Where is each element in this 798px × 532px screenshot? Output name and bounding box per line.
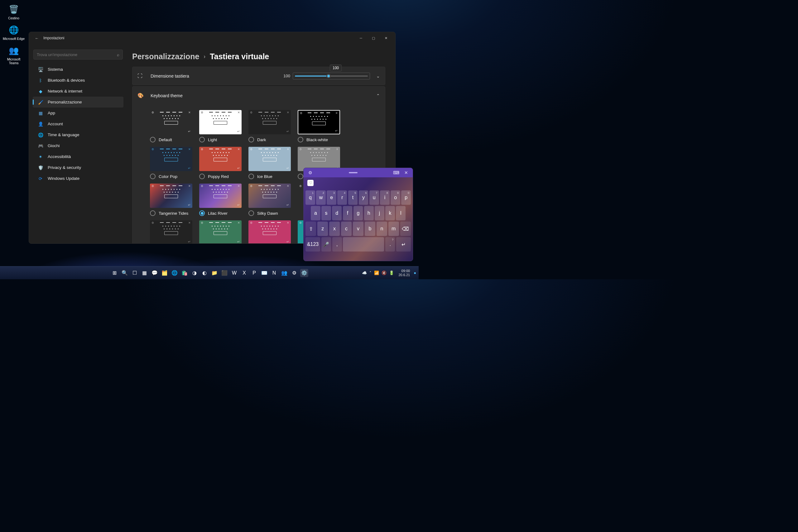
keyboard-key[interactable]: m — [388, 222, 399, 236]
keyboard-key[interactable]: n — [377, 222, 387, 236]
theme-option[interactable]: ⚙✕ ↵ Silky Dawn — [248, 184, 295, 216]
taskbar-outlook-icon[interactable]: ✉️ — [260, 269, 268, 277]
keyboard-key[interactable]: i8 — [380, 190, 390, 205]
symbols-key[interactable]: &123 — [305, 237, 320, 251]
sidebar-item[interactable]: 👤 Account — [33, 118, 124, 129]
sidebar-item[interactable]: 🖌️ Personalizzazione — [33, 97, 124, 108]
keyboard-key[interactable]: ⇧ — [305, 222, 316, 236]
sidebar-item[interactable]: ✶ Accessibilità — [33, 151, 124, 162]
keyboard-key[interactable]: j — [375, 206, 384, 220]
keyboard-key[interactable]: a — [311, 206, 320, 220]
tray-icon[interactable]: ☁️ — [362, 270, 367, 275]
sidebar-item[interactable]: 🖥️ Sistema — [33, 64, 124, 75]
maximize-button[interactable]: ▢ — [367, 34, 380, 42]
keyboard-key[interactable]: ⌫ — [400, 222, 411, 236]
taskbar-explorer-icon[interactable]: 🗂️ — [160, 269, 169, 277]
keyboard-key[interactable]: t5 — [348, 190, 358, 205]
theme-option[interactable]: ⚙✕ ↵ Default — [150, 110, 197, 142]
keyboard-key[interactable]: g — [354, 206, 363, 220]
theme-option[interactable]: ⚙✕ ↵ — [199, 220, 246, 243]
theme-radio[interactable] — [150, 210, 155, 216]
theme-radio[interactable] — [298, 137, 303, 142]
taskbar-chat-icon[interactable]: 💬 — [151, 269, 159, 277]
keyboard-key[interactable]: w2 — [316, 190, 326, 205]
theme-option[interactable]: ⚙✕ ↵ — [150, 220, 197, 243]
sidebar-item[interactable]: ᛒ Bluetooth & devices — [33, 75, 124, 86]
close-button[interactable]: ✕ — [380, 34, 392, 42]
taskbar-search-icon[interactable]: 🔍 — [121, 269, 129, 277]
theme-option[interactable]: ⚙✕ ↵ Lilac River — [199, 184, 246, 216]
minimize-button[interactable]: ─ — [355, 34, 367, 42]
taskbar-word-icon[interactable]: W — [230, 269, 239, 277]
taskbar-onenote-icon[interactable]: N — [270, 269, 278, 277]
keyboard-settings-icon[interactable]: ⚙ — [307, 170, 314, 175]
taskbar-start-icon[interactable]: ⊞ — [111, 269, 119, 277]
mic-key[interactable]: 🎤 — [321, 237, 331, 251]
keyboard-key[interactable]: h — [364, 206, 374, 220]
theme-option[interactable]: ⚙✕ ↵ Tangerine Tides — [150, 184, 197, 216]
taskbar-clock[interactable]: 09:00 20.6.21 — [398, 269, 410, 277]
collapse-chevron[interactable]: ⌃ — [376, 93, 380, 98]
enter-key[interactable]: ↵ — [396, 237, 411, 251]
keyboard-key[interactable]: y6 — [359, 190, 368, 205]
keyboard-key[interactable]: u7 — [369, 190, 379, 205]
size-slider[interactable] — [293, 73, 370, 79]
taskbar-widgets-icon[interactable]: ▦ — [140, 269, 149, 277]
theme-option[interactable]: ⚙✕ ↵ — [248, 220, 295, 243]
theme-radio[interactable] — [199, 210, 205, 216]
keyboard-key[interactable]: l — [396, 206, 405, 220]
theme-option[interactable]: ⚙✕ ↵ Poppy Red — [199, 147, 246, 179]
taskbar-teams-icon[interactable]: 👥 — [280, 269, 288, 277]
theme-radio[interactable] — [199, 174, 205, 179]
theme-option[interactable]: ⚙✕ ↵ Black-white — [298, 110, 344, 142]
taskbar-powerpoint-icon[interactable]: P — [250, 269, 259, 277]
desktop-icon[interactable]: 🗑️ Cestino — [2, 2, 25, 22]
theme-radio[interactable] — [298, 174, 303, 179]
keyboard-key[interactable]: c — [341, 222, 352, 236]
keyboard-key[interactable]: k — [385, 206, 395, 220]
sidebar-item[interactable]: ◆ Network & internet — [33, 86, 124, 97]
keyboard-key[interactable]: o9 — [391, 190, 400, 205]
theme-option[interactable]: ⚙✕ ↵ Color Pop — [150, 147, 197, 179]
keyboard-key[interactable]: b — [365, 222, 375, 236]
taskbar-folder-icon[interactable]: 📁 — [210, 269, 218, 277]
theme-option[interactable]: ⚙✕ ↵ Light — [199, 110, 246, 142]
taskbar-task-view-icon[interactable]: ☐ — [131, 269, 139, 277]
keyboard-key[interactable]: x — [329, 222, 340, 236]
dock-icon[interactable]: ⌨ — [393, 170, 400, 175]
taskbar-edge-canary-icon[interactable]: ◐ — [201, 269, 209, 277]
drag-handle-icon[interactable] — [349, 172, 358, 173]
desktop-icon[interactable]: 🌐 Microsoft Edge — [2, 22, 25, 43]
taskbar-terminal-icon[interactable]: ⬛ — [221, 269, 228, 277]
tray-icon[interactable]: ˄ — [369, 270, 372, 275]
theme-radio[interactable] — [150, 137, 155, 142]
taskbar-settings-2-icon[interactable]: ⚙️ — [300, 269, 308, 277]
tray-icon[interactable]: 🔋 — [389, 270, 394, 275]
keyboard-close-icon[interactable]: ✕ — [403, 170, 410, 175]
keyboard-key[interactable]: d — [332, 206, 342, 220]
taskbar-excel-icon[interactable]: X — [240, 269, 248, 277]
tray-icon[interactable]: 📶 — [374, 270, 379, 275]
theme-radio[interactable] — [248, 137, 254, 142]
theme-radio[interactable] — [248, 210, 254, 216]
breadcrumb-root[interactable]: Personalizzazione — [132, 52, 199, 61]
expand-chevron[interactable]: ⌄ — [376, 74, 380, 78]
taskbar-edge-dev-icon[interactable]: ◑ — [190, 269, 198, 277]
touch-keyboard-header[interactable]: ⚙ ⌨ ✕ — [304, 168, 413, 177]
keyboard-key[interactable]: r4 — [337, 190, 347, 205]
sidebar-item[interactable]: 🛡️ Privacy & security — [33, 162, 124, 173]
keyboard-key[interactable]: q1 — [305, 190, 315, 205]
theme-option[interactable]: ⚙✕ ↵ Ice Blue — [248, 147, 295, 179]
keyboard-key[interactable]: p0 — [401, 190, 411, 205]
theme-radio[interactable] — [150, 174, 155, 179]
back-button[interactable]: ← — [32, 36, 41, 40]
taskbar-store-icon[interactable]: 🛍️ — [180, 269, 189, 277]
sidebar-item[interactable]: 🌐 Time & language — [33, 129, 124, 140]
sidebar-item[interactable]: 🎮 Giochi — [33, 140, 124, 151]
keyboard-key[interactable]: s — [321, 206, 331, 220]
keyboard-key[interactable]: v — [353, 222, 363, 236]
desktop-icon[interactable]: 👥 Microsoft Teams — [2, 43, 25, 67]
taskbar-edge-icon[interactable]: 🌐 — [171, 269, 178, 277]
period-key[interactable]: .? — [385, 237, 395, 251]
notifications-icon[interactable]: ● — [414, 270, 416, 275]
